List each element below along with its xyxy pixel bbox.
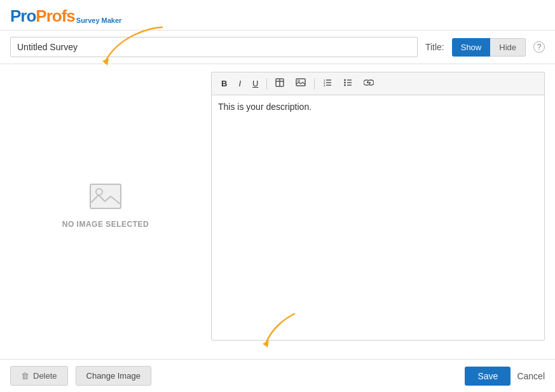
toolbar-separator-2 [314,78,315,90]
logo: ProProfs Survey Maker [10,6,545,26]
no-image-text: NO IMAGE SELECTED [62,220,149,229]
cancel-button[interactable]: Cancel [517,371,545,381]
unordered-list-button[interactable] [339,76,357,91]
hide-button[interactable]: Hide [490,38,526,57]
main-content: NO IMAGE SELECTED B I U [0,64,555,348]
svg-point-16 [344,84,346,86]
link-button[interactable] [359,77,378,90]
bold-button[interactable]: B [217,77,231,90]
show-hide-toggle: Show Hide [452,38,526,57]
bottom-right-actions: Save Cancel [465,367,545,386]
editor-panel: B I U [211,72,545,341]
left-panel: NO IMAGE SELECTED [10,72,201,341]
toolbar-separator-1 [266,78,267,90]
header: ProProfs Survey Maker [0,0,555,30]
ordered-list-button[interactable]: 1. 2. 3. [319,76,336,91]
logo-pro: Pro [10,6,36,26]
no-image-container: NO IMAGE SELECTED [62,184,149,229]
no-image-icon [90,184,121,216]
save-button[interactable]: Save [465,367,510,386]
survey-name-input[interactable] [10,37,418,57]
delete-button[interactable]: 🗑 Delete [10,366,68,386]
svg-point-15 [344,82,346,84]
title-bar: Title: Show Hide ? [0,30,555,64]
show-button[interactable]: Show [452,38,491,57]
logo-profs: Profs [36,6,74,26]
editor-toolbar: B I U [212,72,544,95]
underline-button[interactable]: U [248,77,263,90]
help-icon[interactable]: ? [533,41,545,53]
svg-point-7 [298,80,300,82]
svg-rect-1 [90,184,121,208]
italic-button[interactable]: I [234,77,245,90]
title-label: Title: [425,42,444,52]
image-button[interactable] [291,76,310,91]
logo-subtitle: Survey Maker [76,17,122,24]
trash-icon: 🗑 [21,371,29,381]
svg-point-14 [344,79,346,81]
bottom-bar: 🗑 Delete Change Image Save Cancel [0,359,555,392]
svg-text:3.: 3. [324,84,325,87]
change-image-button[interactable]: Change Image [76,366,151,386]
svg-rect-6 [296,79,305,86]
editor-body[interactable]: This is your description. [212,95,544,340]
table-button[interactable] [271,76,289,91]
